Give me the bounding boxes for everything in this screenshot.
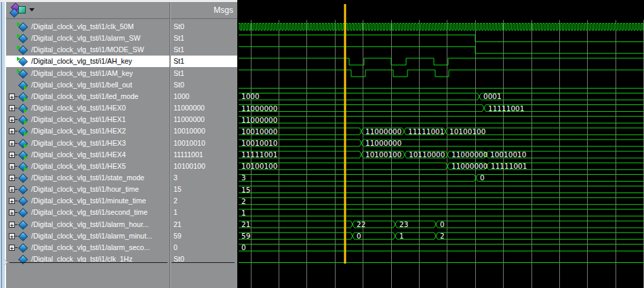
signal-internal-icon	[18, 185, 28, 194]
signal-internal-icon	[18, 243, 28, 252]
signal-value: 15	[174, 184, 235, 195]
svg-text:10010010: 10010010	[490, 150, 526, 159]
expand-button[interactable]: +	[9, 198, 15, 204]
signal-row-alarm_SW[interactable]: /Digital_clock_vlg_tst/i1/alarm_SWSt1	[6, 33, 237, 44]
signal-internal-icon	[18, 173, 28, 182]
expand-button[interactable]: +	[9, 233, 15, 239]
svg-text:11111001: 11111001	[491, 162, 527, 170]
waveform-pane[interactable]: 1000000111000000111110011100000010010000…	[237, 0, 644, 288]
svg-text:11000000: 11000000	[241, 104, 277, 112]
waveform-canvas[interactable]: 1000000111000000111110011100000010010000…	[239, 0, 644, 288]
svg-text:10010000: 10010000	[241, 127, 277, 136]
signal-value: 1000	[174, 91, 235, 102]
svg-text:0: 0	[357, 232, 361, 240]
expand-button[interactable]: +	[9, 209, 15, 215]
expand-button[interactable]: +	[9, 128, 15, 134]
signal-internal-icon	[18, 208, 28, 217]
signal-value: 11111001	[174, 149, 235, 161]
signal-name: /Digital_clock_vlg_tst/i1/HEX3	[31, 138, 167, 149]
signal-row-HEX1[interactable]: +/Digital_clock_vlg_tst/i1/HEX111000000	[6, 114, 237, 125]
signal-value: 1	[174, 207, 235, 218]
svg-text:11000000: 11000000	[451, 150, 487, 159]
signal-value: St1	[174, 44, 235, 56]
insert-line	[9, 262, 167, 263]
svg-text:2: 2	[241, 197, 246, 205]
signal-row-MODE_SW[interactable]: /Digital_clock_vlg_tst/i1/MODE_SWSt1	[6, 44, 237, 56]
signal-row-HEX4[interactable]: +/Digital_clock_vlg_tst/i1/HEX411111001	[6, 149, 237, 161]
msgs-column-header: Msgs	[214, 5, 233, 15]
signal-row-state_mode[interactable]: +/Digital_clock_vlg_tst/i1/state_mode3	[6, 172, 237, 184]
signal-list-header: Msgs	[6, 2, 237, 19]
wave-alarm_SW	[239, 35, 644, 42]
svg-text:0001: 0001	[483, 92, 502, 100]
signal-row-clk_1Hz[interactable]: /Digital_clock_vlg_tst/i1/clk_1HzSt0	[6, 253, 237, 265]
dropdown-caret-icon[interactable]	[29, 8, 35, 12]
expand-button[interactable]: +	[9, 94, 15, 100]
signal-input-icon	[18, 57, 28, 66]
expand-button[interactable]: +	[9, 175, 15, 181]
expand-button[interactable]: +	[9, 152, 15, 158]
time-cursor[interactable]	[344, 4, 346, 264]
signal-row-alarm_hour[interactable]: +/Digital_clock_vlg_tst/i1/alarm_hour...…	[6, 219, 237, 230]
signal-row-led_mode[interactable]: +/Digital_clock_vlg_tst/i1/led_mode1000	[6, 91, 237, 102]
signal-row-HEX2[interactable]: +/Digital_clock_vlg_tst/i1/HEX210010000	[6, 125, 237, 137]
window-left-border	[0, 0, 6, 288]
signal-name: /Digital_clock_vlg_tst/i1/second_time	[31, 207, 167, 218]
wave-AH_key	[239, 58, 644, 65]
signal-row-AH_key[interactable]: /Digital_clock_vlg_tst/i1/AH_keySt1	[6, 56, 237, 67]
expand-button[interactable]: +	[9, 140, 15, 146]
signal-value: 59	[174, 230, 235, 242]
signal-name: /Digital_clock_vlg_tst/i1/alarm_minut...	[31, 230, 167, 242]
signal-row-AM_key[interactable]: /Digital_clock_vlg_tst/i1/AM_keySt1	[6, 68, 237, 79]
signal-row-HEX3[interactable]: +/Digital_clock_vlg_tst/i1/HEX310010010	[6, 138, 237, 149]
signal-name: /Digital_clock_vlg_tst/i1/clk_50M	[31, 21, 167, 33]
svg-text:59: 59	[241, 232, 250, 240]
wave-minute_time: 2	[239, 197, 644, 205]
signal-row-alarm_minut[interactable]: +/Digital_clock_vlg_tst/i1/alarm_minut..…	[6, 230, 237, 242]
signal-name: /Digital_clock_vlg_tst/i1/minute_time	[31, 195, 167, 207]
signal-value: St0	[174, 79, 235, 91]
svg-text:10010010: 10010010	[241, 139, 277, 147]
expand-button[interactable]: +	[9, 105, 15, 111]
signal-list-pane: Msgs /Digital_clock_vlg_tst/i1/clk_50MSt…	[6, 2, 237, 288]
signal-row-minute_time[interactable]: +/Digital_clock_vlg_tst/i1/minute_time2	[6, 195, 237, 207]
expand-button[interactable]: +	[9, 245, 15, 251]
expand-button[interactable]: +	[9, 163, 15, 169]
signal-row-hour_time[interactable]: +/Digital_clock_vlg_tst/i1/hour_time15	[6, 184, 237, 195]
signal-output-icon	[18, 81, 28, 89]
signal-row-second_time[interactable]: +/Digital_clock_vlg_tst/i1/second_time1	[6, 207, 237, 218]
svg-text:10100100: 10100100	[365, 150, 401, 159]
signal-row-bell_out[interactable]: /Digital_clock_vlg_tst/i1/bell_outSt0	[6, 79, 237, 91]
signal-row-HEX5[interactable]: +/Digital_clock_vlg_tst/i1/HEX510100100	[6, 161, 237, 172]
wave-hour_time: 15	[239, 186, 644, 194]
svg-text:1: 1	[241, 209, 246, 217]
wave-second_time: 1	[239, 209, 644, 217]
insert-pointer-icon	[4, 260, 8, 265]
wave-HEX4: 1111100110100100101100001100000010010010	[239, 150, 644, 159]
svg-text:11000000: 11000000	[365, 127, 401, 136]
svg-text:11000000: 11000000	[451, 162, 487, 170]
svg-text:0: 0	[440, 220, 445, 228]
wave-alarm_hour: 2122230	[239, 220, 644, 228]
expand-button[interactable]: +	[9, 117, 15, 123]
wave-group-icon[interactable]	[11, 4, 26, 16]
signal-name: /Digital_clock_vlg_tst/i1/alarm_hour...	[31, 219, 167, 230]
signal-row-clk_50M[interactable]: /Digital_clock_vlg_tst/i1/clk_50MSt0	[6, 21, 237, 33]
signal-output-icon	[18, 115, 28, 124]
svg-text:15: 15	[241, 186, 250, 194]
wave-alarm_seco: 0	[239, 243, 644, 251]
expand-button[interactable]: +	[9, 186, 15, 192]
expand-button[interactable]: +	[9, 222, 15, 228]
signal-name: /Digital_clock_vlg_tst/i1/AM_key	[31, 68, 167, 79]
signal-value: St1	[174, 68, 235, 79]
signal-row-HEX0[interactable]: +/Digital_clock_vlg_tst/i1/HEX011000000	[6, 102, 237, 114]
signal-value: St1	[174, 33, 235, 44]
signal-name: /Digital_clock_vlg_tst/i1/state_mode	[31, 172, 167, 184]
signal-name: /Digital_clock_vlg_tst/i1/HEX4	[31, 149, 167, 161]
signal-output-icon	[18, 150, 28, 159]
signal-row-alarm_seco[interactable]: +/Digital_clock_vlg_tst/i1/alarm_seco...…	[6, 242, 237, 253]
wave-state_mode: 30	[239, 173, 644, 182]
wave-AM_key	[239, 70, 644, 77]
svg-text:11111001: 11111001	[241, 150, 277, 159]
svg-text:11000000: 11000000	[241, 116, 277, 124]
